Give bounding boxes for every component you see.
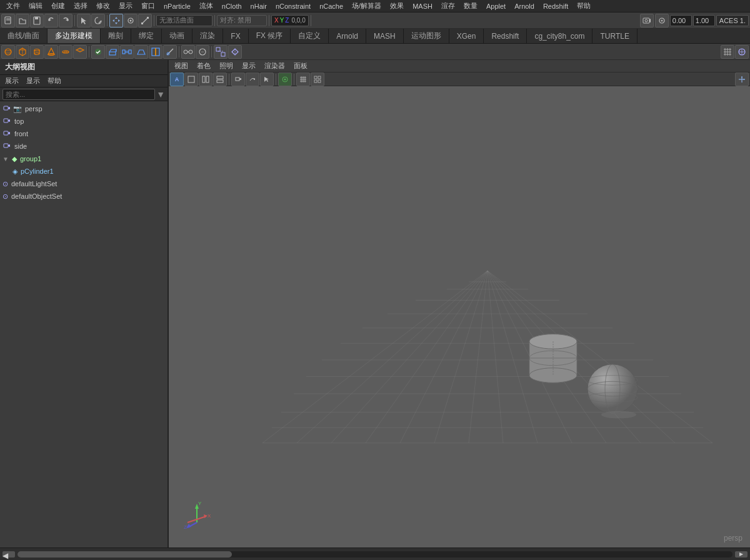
menu-applet[interactable]: Applet <box>482 2 509 11</box>
select-tool-button[interactable] <box>77 14 91 28</box>
scroll-left-button[interactable]: ◀ <box>2 551 15 558</box>
outliner-item-top[interactable]: top <box>0 115 168 128</box>
outliner-item-objectset[interactable]: ⊙ defaultObjectSet <box>0 190 168 202</box>
redo-button[interactable] <box>59 14 72 28</box>
tab-mash[interactable]: MASH <box>366 29 404 43</box>
vp-grid-button[interactable] <box>296 72 310 86</box>
outliner-item-front[interactable]: front <box>0 128 168 140</box>
combine-button[interactable] <box>214 45 228 59</box>
vp-layout1[interactable] <box>184 72 198 86</box>
render-settings-button[interactable] <box>655 14 669 28</box>
menu-arnold[interactable]: Arnold <box>511 2 538 11</box>
menu-select[interactable]: 选择 <box>70 1 91 11</box>
menu-fluid[interactable]: 流体 <box>196 1 217 11</box>
scroll-right-button[interactable]: ▶ <box>735 551 748 558</box>
tab-fx-queue[interactable]: FX 候序 <box>249 29 291 43</box>
bevel-button[interactable] <box>134 45 148 59</box>
vp-layout2[interactable] <box>199 72 212 86</box>
tab-animation[interactable]: 动画 <box>162 29 192 43</box>
viewport-menu-lighting[interactable]: 照明 <box>216 61 236 71</box>
menu-fields[interactable]: 场/解算器 <box>348 1 385 11</box>
mesh-sphere-button[interactable] <box>1 45 15 59</box>
select-lasso-button[interactable] <box>91 14 105 28</box>
outliner-item-side[interactable]: side <box>0 140 168 152</box>
menu-nconstraint[interactable]: nConstraint <box>272 2 314 11</box>
active-curve-field[interactable]: 无激活曲面 <box>156 15 212 26</box>
tab-turtle[interactable]: TURTLE <box>592 29 637 43</box>
viewport-menu-panel[interactable]: 面板 <box>291 61 311 71</box>
viewport-menu-view[interactable]: 视图 <box>171 61 191 71</box>
menu-display[interactable]: 显示 <box>115 1 136 11</box>
menu-window[interactable]: 窗口 <box>138 1 159 11</box>
menu-save[interactable]: 渲存 <box>438 1 459 11</box>
vp-transform-button[interactable] <box>735 72 749 86</box>
viewport-canvas[interactable]: .grid-line { stroke: #888888; stroke-wid… <box>169 86 750 548</box>
align-combo[interactable]: 对齐: 禁用 <box>217 15 267 26</box>
save-scene-button[interactable] <box>30 14 44 28</box>
snap-grid-button[interactable] <box>721 45 734 59</box>
vp-paint-sel[interactable] <box>278 72 292 86</box>
outliner-item-pcylinder1[interactable]: ◈ pCylinder1 <box>0 165 168 178</box>
separate-button[interactable] <box>228 45 242 59</box>
tab-rendering[interactable]: 渲染 <box>192 29 223 43</box>
value1-field[interactable]: 0.00 <box>670 15 692 26</box>
camera-button[interactable] <box>640 14 654 28</box>
wireframe-button[interactable] <box>735 45 749 59</box>
smooth-button[interactable] <box>196 45 209 59</box>
extrude-button[interactable] <box>106 45 119 59</box>
tab-cgcity[interactable]: cg_city8h_com <box>527 29 592 43</box>
outliner-item-persp[interactable]: 📷 persp <box>0 102 168 115</box>
tab-fx[interactable]: FX <box>223 29 248 43</box>
menu-effects[interactable]: 效果 <box>386 1 408 11</box>
viewport-menu-renderer[interactable]: 渲染器 <box>261 61 288 71</box>
scrollbar-thumb[interactable] <box>18 551 232 558</box>
menu-create[interactable]: 创建 <box>48 1 69 11</box>
camera-persp-button[interactable]: A <box>170 72 184 86</box>
vp-cam-move[interactable] <box>231 72 245 86</box>
tab-redshift[interactable]: Redshift <box>484 29 527 43</box>
outliner-item-lightset[interactable]: ⊙ defaultLightSet <box>0 178 168 190</box>
tab-sculpt[interactable]: 雕刻 <box>101 29 131 43</box>
mesh-cone-button[interactable] <box>44 45 58 59</box>
menu-mash[interactable]: MASH <box>409 2 436 11</box>
menu-ncache[interactable]: nCache <box>316 2 347 11</box>
menu-edit[interactable]: 编辑 <box>25 1 46 11</box>
merge-button[interactable] <box>181 45 195 59</box>
mesh-torus-button[interactable] <box>59 45 72 59</box>
tab-xgen[interactable]: XGen <box>449 29 484 43</box>
value2-field[interactable]: 1.00 <box>693 15 715 26</box>
multi-cut-button[interactable] <box>163 45 177 59</box>
rotate-tool-button[interactable] <box>124 14 138 28</box>
viewport-menu-show[interactable]: 显示 <box>239 61 259 71</box>
menu-number[interactable]: 数量 <box>460 1 481 11</box>
tab-custom[interactable]: 自定义 <box>291 29 329 43</box>
menu-modify[interactable]: 修改 <box>92 1 114 11</box>
outliner-item-group1[interactable]: ▼ ◆ group1 <box>0 152 168 165</box>
menu-nhair[interactable]: nHair <box>247 2 271 11</box>
vp-cam-orbit[interactable] <box>246 72 259 86</box>
tab-polygon-modeling[interactable]: 多边形建模 <box>48 29 101 43</box>
vp-layout3[interactable] <box>213 72 227 86</box>
tab-rigging[interactable]: 绑定 <box>131 29 162 43</box>
search-dropdown-icon[interactable]: ▼ <box>156 89 165 99</box>
mesh-plane-button[interactable] <box>73 45 87 59</box>
scale-tool-button[interactable] <box>138 14 152 28</box>
mesh-cube-button[interactable] <box>16 45 29 59</box>
poly-select-button[interactable] <box>91 45 105 59</box>
outliner-menu-display[interactable]: 显示 <box>24 76 42 86</box>
vp-select-mode[interactable] <box>260 72 274 86</box>
menu-ncloth[interactable]: nCloth <box>218 2 246 11</box>
viewport-panel[interactable]: 视图 着色 照明 显示 渲染器 面板 A <box>169 60 750 548</box>
open-scene-button[interactable] <box>16 14 29 28</box>
scrollbar-track[interactable] <box>18 551 732 558</box>
tab-arnold[interactable]: Arnold <box>329 29 366 43</box>
vp-4view[interactable] <box>311 72 324 86</box>
tab-motion-graphics[interactable]: 运动图形 <box>404 29 449 43</box>
viewport-menu-shading[interactable]: 着色 <box>194 61 214 71</box>
loopcut-button[interactable] <box>149 45 162 59</box>
outliner-menu-show[interactable]: 展示 <box>2 76 21 86</box>
menu-redshift[interactable]: Redshift <box>539 2 572 11</box>
search-input[interactable] <box>2 89 155 100</box>
menu-help[interactable]: 帮助 <box>573 1 594 11</box>
menu-nparticle[interactable]: nParticle <box>160 2 194 11</box>
